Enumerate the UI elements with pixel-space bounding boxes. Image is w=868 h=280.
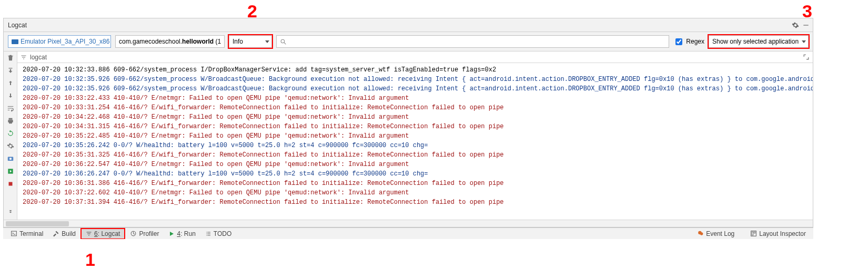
svg-rect-7 — [12, 231, 17, 236]
horizontal-scrollbar[interactable] — [4, 220, 813, 227]
wrap-icon[interactable] — [6, 104, 15, 112]
log-line[interactable]: 2020-07-20 10:34:22.468 410-410/? E/netm… — [23, 112, 811, 122]
down-arrow-icon[interactable] — [6, 91, 15, 100]
tab-todo[interactable]: TODO — [201, 229, 236, 239]
search-input[interactable] — [289, 37, 665, 46]
search-input-wrapper[interactable] — [276, 35, 669, 48]
scrollbar-thumb[interactable] — [6, 221, 69, 226]
balloon-icon — [697, 230, 704, 237]
gear-icon[interactable] — [792, 22, 799, 29]
log-line[interactable]: 2020-07-20 10:33:31.254 416-416/? E/wifi… — [23, 103, 811, 112]
sub-header-label: logcat — [30, 54, 47, 61]
svg-rect-0 — [803, 25, 808, 25]
panel-body: logcat 2020-07-20 10:32:33.886 609-662/s… — [4, 51, 813, 220]
log-line[interactable]: 2020-07-20 10:35:26.242 0-0/? W/healthd:… — [23, 141, 811, 150]
gutter-toolbar — [4, 51, 17, 220]
log-line[interactable]: 2020-07-20 10:36:31.386 416-416/? E/wifi… — [23, 179, 811, 188]
log-line[interactable]: 2020-07-20 10:35:22.485 410-410/? E/netm… — [23, 131, 811, 141]
log-line[interactable]: 2020-07-20 10:33:22.433 410-410/? E/netm… — [23, 94, 811, 103]
svg-point-1 — [281, 39, 285, 43]
event-log-button[interactable]: Event Log — [693, 229, 739, 239]
process-selector[interactable]: com.gamecodeschool.helloworld (1 — [115, 35, 225, 48]
status-bar: Terminal Build 6: Logcat Profiler 4: Run… — [3, 227, 813, 239]
tab-build[interactable]: Build — [48, 229, 80, 239]
list-icon — [205, 231, 211, 237]
panel-title: Logcat — [8, 22, 27, 29]
expand-icon[interactable] — [803, 54, 810, 60]
regex-toggle[interactable]: Regex — [673, 37, 704, 47]
more-icon[interactable] — [6, 208, 15, 216]
hammer-icon — [53, 230, 59, 237]
tab-terminal[interactable]: Terminal — [6, 229, 47, 239]
layout-inspector-button[interactable]: Layout Inspector — [746, 229, 810, 239]
profiler-icon — [130, 230, 137, 237]
minimize-icon[interactable] — [802, 22, 810, 29]
log-output[interactable]: 2020-07-20 10:32:33.886 609-662/system_p… — [17, 63, 813, 220]
scroll-end-icon[interactable] — [6, 66, 15, 75]
svg-rect-13 — [754, 232, 755, 233]
chevron-down-icon — [265, 40, 269, 43]
sub-header: logcat — [17, 51, 813, 63]
layout-icon — [750, 230, 757, 237]
svg-point-4 — [9, 158, 11, 160]
regex-label: Regex — [686, 38, 704, 45]
restart-icon[interactable] — [6, 129, 15, 138]
record-icon[interactable] — [6, 167, 15, 175]
regex-checkbox[interactable] — [675, 38, 682, 45]
up-arrow-icon[interactable] — [6, 79, 15, 87]
terminal-icon — [11, 230, 17, 237]
log-line[interactable]: 2020-07-20 10:32:35.926 609-662/system_p… — [23, 84, 811, 94]
tool-tabs: Terminal Build 6: Logcat Profiler 4: Run… — [6, 229, 236, 239]
logcat-panel: Logcat Emulator Pixel_3a_API_30_x86 Ar c… — [3, 18, 813, 227]
log-line[interactable]: 2020-07-20 10:37:22.602 410-410/? E/netm… — [23, 188, 811, 198]
tab-run[interactable]: 4: Run — [164, 229, 199, 239]
log-line[interactable]: 2020-07-20 10:36:22.547 410-410/? E/netm… — [23, 160, 811, 169]
stop-icon[interactable] — [6, 180, 15, 188]
chevron-down-icon — [224, 40, 225, 43]
filter-lines-icon — [86, 231, 92, 237]
log-line[interactable]: 2020-07-20 10:35:31.325 416-416/? E/wifi… — [23, 150, 811, 160]
chevron-down-icon — [802, 40, 806, 43]
log-line[interactable]: 2020-07-20 10:32:33.886 609-662/system_p… — [23, 65, 811, 75]
log-line[interactable]: 2020-07-20 10:36:26.247 0-0/? W/healthd:… — [23, 169, 811, 179]
filter-bar: Emulator Pixel_3a_API_30_x86 Ar com.game… — [4, 32, 813, 51]
log-line[interactable]: 2020-07-20 10:37:31.394 416-416/? E/wifi… — [23, 198, 811, 207]
print-icon[interactable] — [6, 117, 15, 125]
status-right: Event Log Layout Inspector — [693, 229, 810, 239]
log-line[interactable]: 2020-07-20 10:34:31.315 416-416/? E/wifi… — [23, 122, 811, 131]
tab-logcat[interactable]: 6: Logcat — [81, 229, 125, 239]
device-selector[interactable]: Emulator Pixel_3a_API_30_x86 Ar — [8, 35, 111, 48]
filter-lines-icon — [21, 54, 27, 60]
log-line[interactable]: 2020-07-20 10:32:35.926 609-662/system_p… — [23, 75, 811, 84]
play-icon — [168, 231, 175, 237]
log-level-selector[interactable]: Info — [229, 35, 272, 48]
svg-line-2 — [284, 43, 286, 44]
tab-profiler[interactable]: Profiler — [126, 229, 163, 239]
log-content: logcat 2020-07-20 10:32:33.886 609-662/s… — [17, 51, 813, 220]
device-label: Emulator Pixel_3a_API_30_x86 Ar — [21, 38, 111, 45]
filter-mode-selector[interactable]: Show only selected application — [709, 35, 809, 48]
trash-icon[interactable] — [6, 54, 15, 62]
screenshot-icon[interactable] — [6, 154, 15, 163]
svg-point-10 — [700, 232, 703, 235]
log-level-label: Info — [233, 38, 243, 45]
search-icon — [280, 38, 287, 45]
filter-mode-label: Show only selected application — [712, 38, 799, 45]
svg-rect-6 — [8, 182, 12, 186]
settings-icon[interactable] — [6, 142, 15, 150]
title-bar: Logcat — [4, 18, 813, 32]
svg-rect-12 — [752, 232, 754, 235]
